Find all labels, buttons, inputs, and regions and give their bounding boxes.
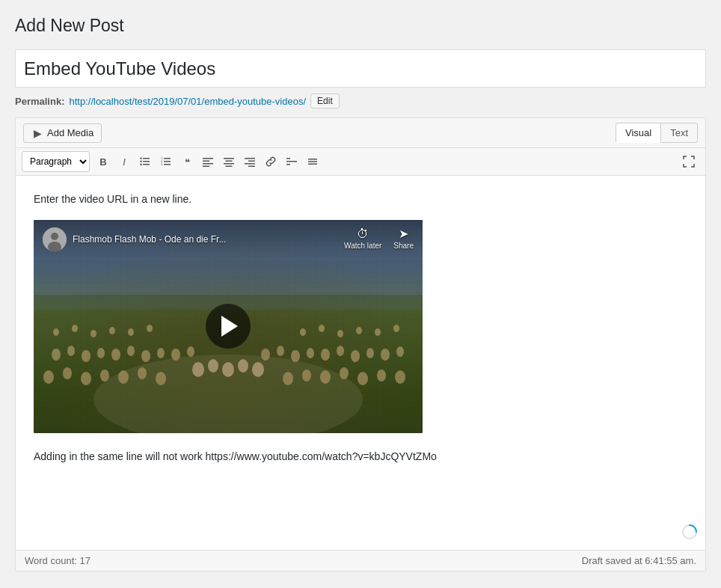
bold-button[interactable]: B [93, 151, 114, 172]
ul-button[interactable] [135, 151, 156, 172]
yt-avatar [43, 227, 67, 251]
link-button[interactable] [260, 151, 281, 172]
svg-point-37 [111, 349, 120, 361]
word-count: Word count: 17 [25, 555, 90, 566]
svg-point-59 [156, 372, 166, 385]
svg-rect-19 [226, 166, 233, 168]
post-title-input[interactable] [15, 49, 706, 88]
video-top-overlay: Flashmob Flash Mob - Ode an die Fr... ⏱ … [34, 220, 423, 259]
svg-rect-17 [226, 161, 233, 162]
svg-rect-22 [245, 163, 255, 165]
svg-point-75 [337, 330, 343, 337]
svg-point-55 [81, 372, 91, 385]
share-label: Share [393, 242, 414, 250]
italic-button[interactable]: I [114, 151, 135, 172]
svg-rect-25 [286, 158, 290, 159]
svg-rect-1 [143, 161, 150, 162]
svg-point-61 [302, 370, 311, 382]
svg-point-67 [53, 328, 59, 336]
video-embed[interactable]: Flashmob Flash Mob - Ode an die Fr... ⏱ … [34, 220, 423, 433]
svg-point-78 [393, 325, 399, 332]
svg-rect-26 [286, 164, 290, 165]
svg-point-49 [351, 350, 360, 362]
svg-point-40 [157, 348, 165, 358]
svg-point-36 [97, 348, 105, 358]
more-button[interactable] [302, 151, 323, 172]
svg-point-52 [396, 346, 404, 357]
svg-point-4 [140, 161, 141, 162]
paragraph-select[interactable]: Paragraph [22, 151, 90, 172]
share-icon: ➤ [399, 228, 408, 240]
watch-later-btn[interactable]: ⏱ Watch later [344, 228, 381, 250]
tab-text[interactable]: Text [661, 123, 698, 143]
editor-content[interactable]: Enter the video URL in a new line. [16, 176, 705, 550]
svg-point-63 [340, 367, 349, 379]
svg-point-51 [381, 349, 390, 361]
permalink-label: Permalink: [15, 96, 64, 107]
svg-point-83 [252, 362, 264, 377]
svg-rect-12 [203, 158, 213, 159]
svg-rect-0 [143, 158, 150, 159]
svg-point-68 [72, 325, 78, 332]
add-media-label: Add Media [47, 127, 93, 138]
svg-point-57 [118, 370, 129, 384]
svg-point-3 [140, 158, 141, 159]
svg-point-54 [63, 367, 72, 379]
page-title: Add New Post [15, 15, 706, 37]
svg-point-60 [283, 372, 293, 385]
editor-container: ▶ Add Media Visual Text Paragraph B I [15, 117, 706, 572]
svg-point-69 [90, 330, 96, 337]
svg-text:3.: 3. [161, 162, 163, 166]
video-title: Flashmob Flash Mob - Ode an die Fr... [73, 234, 338, 245]
intro-text: Enter the video URL in a new line. [34, 191, 687, 207]
ol-button[interactable]: 1.2.3. [156, 151, 177, 172]
svg-point-43 [261, 349, 270, 361]
editor-toolbar-format: Paragraph B I 1.2.3. ❝ [16, 148, 705, 176]
draft-status: Draft saved at 6:41:55 am. [582, 555, 696, 566]
svg-rect-29 [308, 164, 317, 165]
share-btn[interactable]: ➤ Share [393, 228, 414, 250]
svg-point-80 [208, 359, 218, 373]
svg-point-65 [377, 370, 386, 382]
permalink-link[interactable]: http://localhost/test/2019/07/01/embed-y… [69, 96, 306, 107]
permalink-edit-button[interactable]: Edit [310, 94, 340, 108]
svg-point-82 [238, 359, 248, 373]
video-thumbnail: Flashmob Flash Mob - Ode an die Fr... ⏱ … [34, 220, 423, 433]
blockquote-button[interactable]: ❝ [177, 151, 197, 172]
svg-point-38 [127, 346, 135, 356]
svg-point-79 [192, 362, 204, 377]
play-button[interactable] [206, 304, 251, 349]
tab-visual[interactable]: Visual [616, 123, 661, 143]
play-triangle-icon [221, 316, 238, 337]
svg-point-56 [100, 370, 109, 382]
watch-later-icon: ⏱ [357, 228, 369, 240]
svg-point-42 [187, 346, 194, 357]
svg-point-81 [222, 362, 234, 377]
svg-rect-16 [224, 158, 234, 159]
bottom-text: Adding in the same line will not work ht… [34, 448, 687, 465]
watch-later-label: Watch later [344, 242, 381, 250]
svg-rect-8 [164, 164, 171, 165]
svg-rect-20 [245, 158, 255, 159]
align-center-button[interactable] [218, 151, 239, 172]
view-tabs: Visual Text [616, 123, 698, 143]
svg-point-64 [358, 372, 368, 385]
svg-rect-2 [143, 164, 150, 165]
hr-button[interactable] [281, 151, 302, 172]
svg-point-85 [51, 233, 58, 240]
svg-point-48 [337, 346, 344, 356]
svg-point-77 [375, 328, 381, 336]
svg-point-66 [395, 370, 405, 384]
add-media-button[interactable]: ▶ Add Media [23, 123, 102, 143]
svg-rect-14 [203, 163, 213, 165]
editor-toolbar-top: ▶ Add Media Visual Text [16, 118, 705, 148]
svg-point-50 [366, 348, 374, 358]
align-right-button[interactable] [239, 151, 260, 172]
svg-rect-6 [164, 158, 171, 159]
svg-point-33 [52, 349, 61, 361]
fullscreen-button[interactable] [678, 151, 699, 172]
svg-rect-21 [248, 161, 255, 162]
align-left-button[interactable] [197, 151, 218, 172]
svg-point-44 [277, 346, 284, 356]
refresh-spinner[interactable] [681, 524, 698, 542]
